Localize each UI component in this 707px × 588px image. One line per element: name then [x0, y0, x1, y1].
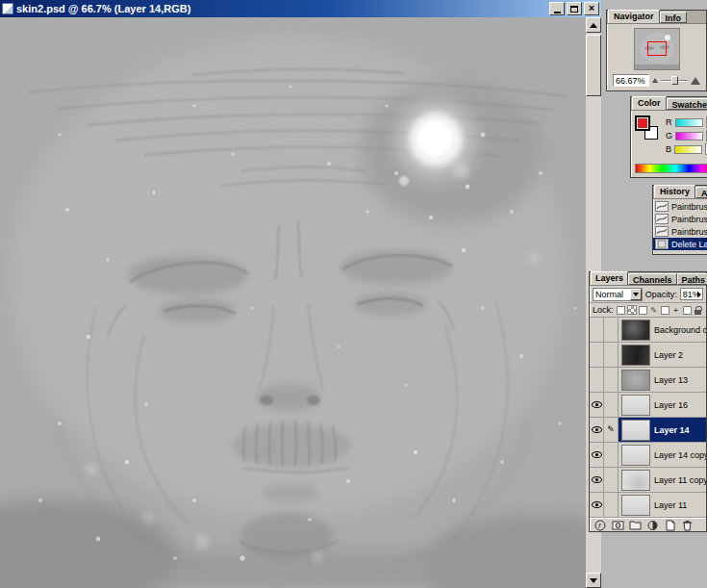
layer-row[interactable]: ✎ Layer 14 copy [590, 443, 706, 468]
tab-history[interactable]: History [654, 185, 695, 198]
history-item[interactable]: Delete Layer [653, 238, 707, 250]
layer-thumbnail[interactable] [621, 320, 650, 341]
adjustment-layer-button[interactable] [645, 520, 660, 531]
canvas-image [0, 17, 586, 588]
new-layer-button[interactable] [663, 520, 677, 531]
opacity-popup-icon[interactable] [697, 292, 701, 297]
link-cell[interactable]: ✎ [604, 418, 619, 442]
layer-name: Layer 2 [654, 350, 683, 360]
scroll-down-button[interactable] [586, 573, 601, 588]
color-spectrum-bar[interactable] [635, 164, 707, 173]
layers-tabs: Layers Channels Paths [590, 272, 706, 286]
navigator-zoom-field[interactable]: 66.67% [613, 74, 649, 87]
zoom-in-icon[interactable] [691, 77, 700, 85]
layer-thumbnail[interactable] [621, 445, 650, 466]
layer-thumbnail[interactable] [621, 470, 650, 491]
history-palette: History Actions Paintbrush Paintbrush Pa… [652, 185, 707, 255]
visibility-toggle[interactable] [590, 468, 604, 492]
visibility-toggle[interactable] [590, 343, 604, 367]
visibility-toggle[interactable] [590, 393, 604, 417]
link-cell[interactable]: ✎ [604, 318, 619, 342]
zoom-out-icon[interactable] [652, 78, 658, 83]
scroll-down-icon [590, 578, 597, 583]
tab-layers[interactable]: Layers [591, 271, 628, 285]
close-button[interactable]: × [584, 2, 599, 15]
layer-thumbnail[interactable] [621, 370, 650, 391]
new-set-button[interactable] [628, 520, 643, 531]
lock-transparency-checkbox[interactable] [617, 306, 625, 315]
red-channel-slider[interactable] [675, 118, 703, 127]
tab-channels[interactable]: Channels [628, 273, 677, 285]
tab-actions[interactable]: Actions [695, 187, 707, 198]
layer-row[interactable]: ✎ Layer 11 copy [590, 468, 706, 493]
layer-thumbnail[interactable] [621, 420, 650, 441]
blend-mode-dropdown[interactable]: Normal [593, 288, 643, 301]
lock-all-checkbox[interactable] [683, 306, 692, 315]
visibility-toggle[interactable] [590, 368, 604, 392]
navigator-zoom-slider[interactable] [661, 80, 688, 82]
maximize-button[interactable] [567, 2, 582, 15]
tab-color[interactable]: Color [632, 96, 667, 110]
scrollbar-thumb[interactable] [586, 35, 601, 96]
lock-icon [694, 305, 703, 315]
history-item[interactable]: Paintbrush [653, 225, 707, 238]
blue-channel-slider[interactable] [674, 145, 702, 154]
layer-thumbnail[interactable] [621, 345, 650, 366]
layer-style-button[interactable]: f [593, 520, 608, 531]
minimize-icon [554, 12, 561, 13]
link-cell[interactable]: ✎ [604, 368, 619, 392]
tab-navigator[interactable]: Navigator [608, 10, 660, 23]
document-titlebar[interactable]: skin2.psd @ 66.7% (Layer 14,RGB) × [0, 0, 601, 17]
layer-name: Layer 14 [654, 425, 690, 435]
navigator-preview[interactable] [634, 28, 680, 70]
chevron-down-icon[interactable] [630, 289, 642, 300]
layers-palette-buttons: f [590, 518, 706, 532]
visibility-eye-icon [592, 476, 602, 483]
green-channel-row: G [666, 129, 707, 142]
zoom-slider-handle[interactable] [671, 76, 678, 85]
layer-row[interactable]: ✎ Layer 11 [590, 493, 706, 518]
layer-row[interactable]: ✎ Layer 16 [590, 393, 706, 418]
layer-name: Layer 11 [654, 500, 687, 510]
visibility-toggle[interactable] [590, 443, 604, 467]
visibility-toggle[interactable] [590, 493, 604, 517]
link-cell[interactable]: ✎ [604, 443, 619, 467]
color-swatches [636, 116, 661, 145]
blend-mode-value: Normal [593, 290, 630, 299]
link-cell[interactable]: ✎ [604, 393, 619, 417]
navigator-view-rectangle[interactable] [647, 41, 667, 56]
visibility-toggle[interactable] [590, 318, 604, 342]
link-cell[interactable]: ✎ [604, 343, 619, 367]
layer-row[interactable]: ✎ Background copy [590, 318, 706, 343]
move-icon: + [671, 305, 681, 315]
tab-info[interactable]: Info [660, 12, 688, 23]
scroll-up-icon [590, 23, 597, 28]
document-canvas[interactable] [0, 17, 586, 588]
lock-position-checkbox[interactable] [661, 306, 669, 315]
opacity-field[interactable]: 81% [680, 288, 703, 300]
delete-layer-button[interactable] [680, 520, 694, 531]
layer-thumbnail[interactable] [621, 495, 650, 516]
tab-swatches[interactable]: Swatches [667, 98, 707, 110]
foreground-color-swatch[interactable] [636, 116, 649, 130]
tab-paths[interactable]: Paths [677, 273, 707, 285]
layer-row[interactable]: ✎ Layer 2 [590, 343, 706, 368]
minimize-button[interactable] [549, 2, 565, 15]
layer-row[interactable]: ✎ Layer 13 [590, 368, 706, 393]
link-cell[interactable]: ✎ [604, 493, 619, 517]
layer-thumbnail[interactable] [621, 395, 650, 416]
navigator-tabs: Navigator Info [607, 11, 706, 24]
visibility-toggle[interactable] [590, 418, 604, 442]
visibility-eye-icon [592, 401, 602, 408]
scroll-up-button[interactable] [586, 17, 601, 33]
history-item[interactable]: Paintbrush [653, 213, 707, 225]
document-window: skin2.psd @ 66.7% (Layer 14,RGB) × [0, 0, 601, 588]
transparency-icon [627, 305, 637, 315]
link-cell[interactable]: ✎ [604, 468, 619, 492]
layer-row[interactable]: ✎ Layer 14 [590, 418, 706, 443]
green-channel-slider[interactable] [675, 132, 703, 141]
lock-image-checkbox[interactable] [639, 306, 647, 315]
green-channel-label: G [666, 131, 672, 141]
add-mask-button[interactable] [611, 520, 625, 531]
history-item[interactable]: Paintbrush [653, 200, 707, 213]
